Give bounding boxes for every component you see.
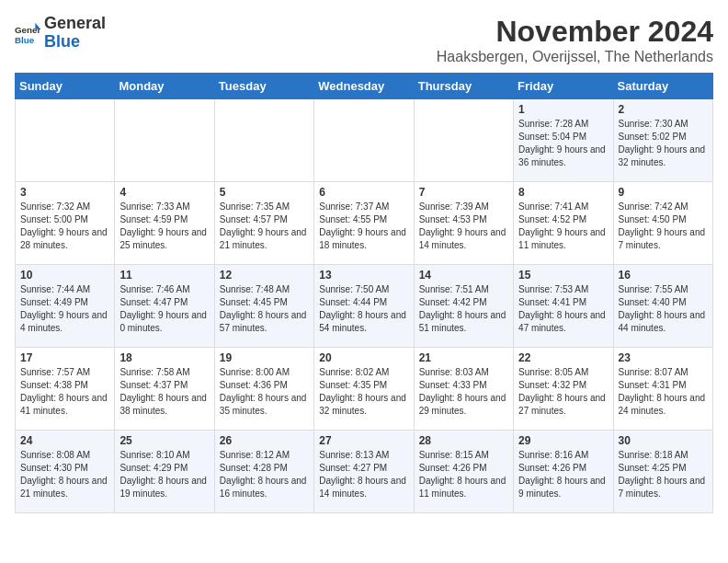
calendar-cell: 10Sunrise: 7:44 AM Sunset: 4:49 PM Dayli…	[16, 265, 115, 348]
cell-content: Sunrise: 7:51 AM Sunset: 4:42 PM Dayligh…	[419, 283, 508, 335]
calendar-cell	[414, 99, 513, 182]
header-day-saturday: Saturday	[613, 74, 712, 99]
calendar-cell: 5Sunrise: 7:35 AM Sunset: 4:57 PM Daylig…	[214, 182, 313, 265]
calendar-cell: 16Sunrise: 7:55 AM Sunset: 4:40 PM Dayli…	[613, 265, 712, 348]
calendar-cell: 30Sunrise: 8:18 AM Sunset: 4:25 PM Dayli…	[613, 431, 712, 513]
calendar-cell: 18Sunrise: 7:58 AM Sunset: 4:37 PM Dayli…	[115, 348, 214, 431]
cell-content: Sunrise: 7:42 AM Sunset: 4:50 PM Dayligh…	[619, 201, 708, 252]
day-number: 27	[319, 434, 408, 447]
cell-content: Sunrise: 8:16 AM Sunset: 4:26 PM Dayligh…	[518, 449, 608, 500]
day-number: 6	[319, 186, 408, 199]
calendar-cell: 11Sunrise: 7:46 AM Sunset: 4:47 PM Dayli…	[115, 265, 214, 348]
calendar-cell: 1Sunrise: 7:28 AM Sunset: 5:04 PM Daylig…	[514, 99, 613, 182]
page-title: November 2024	[437, 15, 713, 49]
cell-content: Sunrise: 8:10 AM Sunset: 4:29 PM Dayligh…	[119, 449, 209, 500]
calendar-cell: 15Sunrise: 7:53 AM Sunset: 4:41 PM Dayli…	[514, 265, 613, 348]
day-number: 2	[619, 103, 708, 116]
calendar-cell: 6Sunrise: 7:37 AM Sunset: 4:55 PM Daylig…	[314, 182, 414, 265]
header-day-tuesday: Tuesday	[214, 74, 313, 99]
cell-content: Sunrise: 7:37 AM Sunset: 4:55 PM Dayligh…	[319, 201, 408, 252]
day-number: 23	[619, 351, 708, 364]
calendar-cell: 7Sunrise: 7:39 AM Sunset: 4:53 PM Daylig…	[414, 182, 513, 265]
logo-blue: Blue	[44, 33, 106, 52]
calendar-cell	[16, 99, 115, 182]
header-day-wednesday: Wednesday	[314, 74, 414, 99]
cell-content: Sunrise: 7:46 AM Sunset: 4:47 PM Dayligh…	[119, 283, 209, 335]
calendar-cell: 19Sunrise: 8:00 AM Sunset: 4:36 PM Dayli…	[214, 348, 313, 431]
week-row-2: 3Sunrise: 7:32 AM Sunset: 5:00 PM Daylig…	[16, 182, 713, 265]
day-number: 3	[20, 186, 109, 199]
cell-content: Sunrise: 7:35 AM Sunset: 4:57 PM Dayligh…	[220, 201, 309, 252]
day-number: 8	[518, 186, 608, 199]
day-number: 28	[419, 434, 508, 447]
calendar-cell: 4Sunrise: 7:33 AM Sunset: 4:59 PM Daylig…	[115, 182, 214, 265]
calendar-cell: 17Sunrise: 7:57 AM Sunset: 4:38 PM Dayli…	[16, 348, 115, 431]
day-number: 1	[518, 103, 608, 116]
day-number: 26	[220, 434, 309, 447]
calendar-cell: 25Sunrise: 8:10 AM Sunset: 4:29 PM Dayli…	[115, 431, 214, 513]
calendar-cell: 22Sunrise: 8:05 AM Sunset: 4:32 PM Dayli…	[514, 348, 613, 431]
day-number: 16	[619, 269, 708, 282]
cell-content: Sunrise: 8:15 AM Sunset: 4:26 PM Dayligh…	[419, 449, 508, 500]
svg-text:Blue: Blue	[15, 35, 35, 45]
day-number: 30	[619, 434, 708, 447]
cell-content: Sunrise: 7:33 AM Sunset: 4:59 PM Dayligh…	[119, 201, 209, 252]
week-row-4: 17Sunrise: 7:57 AM Sunset: 4:38 PM Dayli…	[16, 348, 713, 431]
cell-content: Sunrise: 7:48 AM Sunset: 4:45 PM Dayligh…	[220, 283, 309, 335]
day-number: 22	[518, 351, 608, 364]
day-number: 20	[319, 351, 408, 364]
week-row-1: 1Sunrise: 7:28 AM Sunset: 5:04 PM Daylig…	[16, 99, 713, 182]
calendar-cell: 14Sunrise: 7:51 AM Sunset: 4:42 PM Dayli…	[414, 265, 513, 348]
day-number: 17	[20, 351, 109, 364]
cell-content: Sunrise: 8:02 AM Sunset: 4:35 PM Dayligh…	[319, 366, 408, 418]
cell-content: Sunrise: 8:08 AM Sunset: 4:30 PM Dayligh…	[20, 449, 109, 500]
header-day-monday: Monday	[115, 74, 214, 99]
calendar-cell: 28Sunrise: 8:15 AM Sunset: 4:26 PM Dayli…	[414, 431, 513, 513]
day-number: 13	[319, 269, 408, 282]
day-number: 7	[419, 186, 508, 199]
week-row-5: 24Sunrise: 8:08 AM Sunset: 4:30 PM Dayli…	[16, 431, 713, 513]
calendar-cell: 13Sunrise: 7:50 AM Sunset: 4:44 PM Dayli…	[314, 265, 414, 348]
day-number: 25	[119, 434, 209, 447]
calendar-body: 1Sunrise: 7:28 AM Sunset: 5:04 PM Daylig…	[16, 99, 713, 513]
calendar-cell: 9Sunrise: 7:42 AM Sunset: 4:50 PM Daylig…	[613, 182, 712, 265]
cell-content: Sunrise: 7:44 AM Sunset: 4:49 PM Dayligh…	[20, 283, 109, 335]
day-number: 10	[20, 269, 109, 282]
cell-content: Sunrise: 7:55 AM Sunset: 4:40 PM Dayligh…	[619, 283, 708, 335]
calendar-cell: 27Sunrise: 8:13 AM Sunset: 4:27 PM Dayli…	[314, 431, 414, 513]
header-row: SundayMondayTuesdayWednesdayThursdayFrid…	[16, 74, 713, 99]
calendar-cell: 3Sunrise: 7:32 AM Sunset: 5:00 PM Daylig…	[16, 182, 115, 265]
day-number: 15	[518, 269, 608, 282]
day-number: 14	[419, 269, 508, 282]
day-number: 24	[20, 434, 109, 447]
calendar-cell: 8Sunrise: 7:41 AM Sunset: 4:52 PM Daylig…	[514, 182, 613, 265]
day-number: 5	[220, 186, 309, 199]
page-subtitle: Haaksbergen, Overijssel, The Netherlands	[437, 49, 713, 65]
cell-content: Sunrise: 8:18 AM Sunset: 4:25 PM Dayligh…	[619, 449, 708, 500]
page-header: General Blue General Blue November 2024 …	[15, 15, 713, 65]
cell-content: Sunrise: 7:32 AM Sunset: 5:00 PM Dayligh…	[20, 201, 109, 252]
title-block: November 2024 Haaksbergen, Overijssel, T…	[437, 15, 713, 65]
logo-icon: General Blue	[15, 20, 40, 46]
cell-content: Sunrise: 7:53 AM Sunset: 4:41 PM Dayligh…	[518, 283, 608, 335]
day-number: 9	[619, 186, 708, 199]
cell-content: Sunrise: 8:03 AM Sunset: 4:33 PM Dayligh…	[419, 366, 508, 418]
day-number: 18	[119, 351, 209, 364]
day-number: 19	[220, 351, 309, 364]
calendar-cell	[115, 99, 214, 182]
calendar-cell: 21Sunrise: 8:03 AM Sunset: 4:33 PM Dayli…	[414, 348, 513, 431]
calendar-cell: 29Sunrise: 8:16 AM Sunset: 4:26 PM Dayli…	[514, 431, 613, 513]
cell-content: Sunrise: 8:05 AM Sunset: 4:32 PM Dayligh…	[518, 366, 608, 418]
cell-content: Sunrise: 7:30 AM Sunset: 5:02 PM Dayligh…	[619, 118, 708, 169]
logo-general: General	[44, 15, 106, 33]
cell-content: Sunrise: 8:13 AM Sunset: 4:27 PM Dayligh…	[319, 449, 408, 500]
calendar-table: SundayMondayTuesdayWednesdayThursdayFrid…	[15, 73, 713, 513]
day-number: 11	[119, 269, 209, 282]
calendar-cell: 26Sunrise: 8:12 AM Sunset: 4:28 PM Dayli…	[214, 431, 313, 513]
logo: General Blue General Blue	[15, 15, 106, 52]
day-number: 4	[119, 186, 209, 199]
calendar-cell: 2Sunrise: 7:30 AM Sunset: 5:02 PM Daylig…	[613, 99, 712, 182]
day-number: 29	[518, 434, 608, 447]
calendar-cell	[314, 99, 414, 182]
week-row-3: 10Sunrise: 7:44 AM Sunset: 4:49 PM Dayli…	[16, 265, 713, 348]
